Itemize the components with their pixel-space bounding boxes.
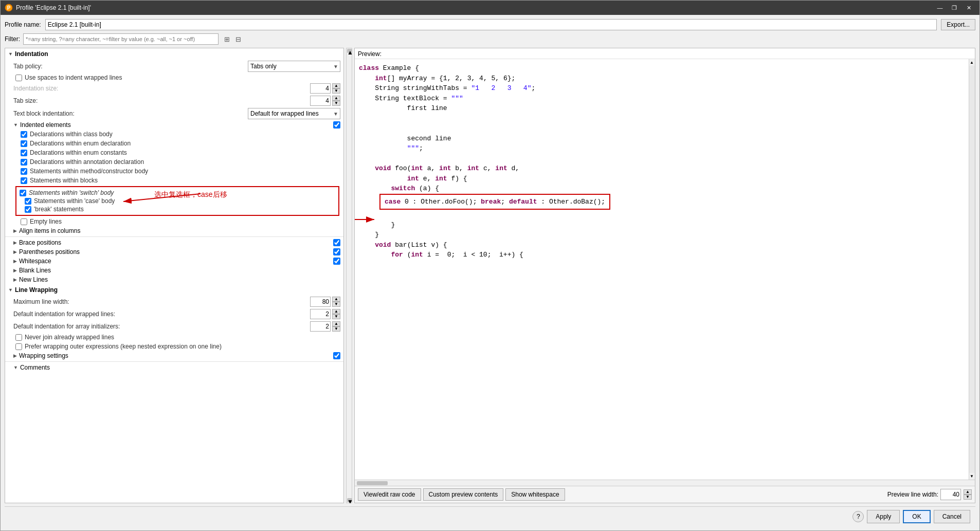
whitespace-header[interactable]: ▶ Whitespace (5, 257, 343, 266)
wrapping-settings-expand-icon: ▶ (13, 353, 17, 358)
tab-size-control: ▲ ▼ (310, 96, 340, 106)
max-line-width-down[interactable]: ▼ (332, 302, 340, 307)
brace-positions-checkbox[interactable] (333, 239, 340, 246)
default-indent-down[interactable]: ▼ (332, 314, 340, 319)
stmt-switch-checkbox[interactable] (20, 190, 26, 196)
bottom-bar: ? Apply OK Cancel (5, 506, 975, 526)
parentheses-positions-label: Parentheses positions (19, 248, 80, 255)
default-array-up[interactable]: ▲ (332, 321, 340, 326)
panels: ▼ Indentation Tab policy: Tabs only Mixe… (5, 48, 975, 503)
preview-v-scrollbar[interactable]: ▲ ▼ (969, 59, 975, 480)
preview-line-width-up[interactable]: ▲ (964, 489, 972, 495)
preview-h-scrollbar-thumb[interactable] (357, 481, 388, 485)
default-array-label: Default indentation for array initialize… (13, 323, 310, 330)
main-window: P Profile 'Eclipse 2.1 [built-in]' — ❐ ✕… (0, 0, 980, 531)
preview-line-width-input[interactable] (940, 489, 961, 500)
align-items-header[interactable]: ▶ Align items in columns (5, 226, 343, 235)
preview-v-scrollbar-up[interactable]: ▲ (969, 59, 974, 66)
decl-class-body-checkbox[interactable] (21, 131, 27, 138)
help-button[interactable]: ? (852, 511, 864, 522)
default-indent-input[interactable] (310, 309, 331, 319)
brace-positions-header[interactable]: ▶ Brace positions (5, 238, 343, 247)
use-spaces-checkbox[interactable] (15, 75, 22, 81)
parentheses-positions-checkbox[interactable] (333, 248, 340, 255)
restore-button[interactable]: ❐ (948, 3, 961, 13)
preview-h-scrollbar[interactable] (355, 480, 975, 486)
stmt-break-checkbox[interactable] (25, 206, 31, 213)
preview-code: class Example { int[] myArray = {1, 2, 3… (359, 63, 965, 194)
filter-add-icon[interactable]: ⊞ (222, 34, 232, 44)
new-lines-header[interactable]: ▶ New Lines (5, 275, 343, 284)
text-block-row: Text block indentation: Default for wrap… (5, 107, 343, 120)
decl-annotation-checkbox[interactable] (21, 159, 27, 166)
custom-preview-button[interactable]: Custom preview contents (423, 488, 504, 501)
export-button[interactable]: Export... (941, 19, 975, 30)
parentheses-positions-header[interactable]: ▶ Parentheses positions (5, 247, 343, 257)
line-wrapping-section-header[interactable]: ▼ Line Wrapping (5, 284, 343, 296)
empty-lines-checkbox[interactable] (21, 218, 27, 225)
preview-buttons-row: View/edit raw code Custom preview conten… (355, 486, 975, 503)
minimize-button[interactable]: — (933, 3, 947, 13)
blank-lines-header[interactable]: ▶ Blank Lines (5, 266, 343, 275)
default-array-input[interactable] (310, 321, 331, 332)
view-edit-raw-button[interactable]: View/edit raw code (358, 488, 421, 501)
stmt-method-checkbox[interactable] (21, 168, 27, 175)
default-array-down[interactable]: ▼ (332, 326, 340, 332)
stmt-blocks-checkbox[interactable] (21, 177, 27, 184)
default-indent-up[interactable]: ▲ (332, 309, 340, 314)
close-button[interactable]: ✕ (962, 3, 975, 13)
text-block-select[interactable]: Default for wrapped lines Do not indent … (248, 108, 340, 119)
prefer-wrapping-checkbox[interactable] (15, 343, 22, 350)
stmt-case-label: Statements within 'case' body (34, 197, 115, 205)
indentation-size-down[interactable]: ▼ (332, 88, 340, 94)
never-join-checkbox[interactable] (15, 334, 22, 341)
max-line-width-up[interactable]: ▲ (332, 297, 340, 302)
tab-size-spinner: ▲ ▼ (332, 96, 340, 106)
prefer-wrapping-label: Prefer wrapping outer expressions (keep … (25, 343, 222, 350)
titlebar: P Profile 'Eclipse 2.1 [built-in]' — ❐ ✕ (1, 1, 979, 15)
filter-input[interactable] (23, 33, 219, 45)
text-block-control: Default for wrapped lines Do not indent … (248, 108, 340, 119)
profile-name-input[interactable] (45, 19, 937, 30)
tab-size-row: Tab size: ▲ ▼ (5, 95, 343, 107)
decl-enum-decl-checkbox[interactable] (21, 140, 27, 147)
cancel-button[interactable]: Cancel (934, 510, 970, 523)
comments-header[interactable]: ▼ Comments (5, 363, 343, 372)
indented-elements-checkbox[interactable] (333, 121, 340, 129)
profile-row: Profile name: Export... (5, 19, 975, 30)
wrapping-settings-header[interactable]: ▶ Wrapping settings (5, 351, 343, 360)
indentation-size-input[interactable] (310, 83, 331, 94)
apply-button[interactable]: Apply (867, 510, 900, 523)
max-line-width-input[interactable] (310, 297, 331, 307)
show-whitespace-button[interactable]: Show whitespace (505, 488, 565, 501)
panel-v-scrollbar-down[interactable]: ▼ (347, 498, 352, 502)
preview-v-scrollbar-down[interactable]: ▼ (969, 473, 974, 480)
brace-positions-expand-icon: ▶ (13, 240, 17, 245)
tab-policy-select[interactable]: Tabs only Mixed Spaces only (248, 61, 340, 72)
default-array-row: Default indentation for array initialize… (5, 320, 343, 333)
whitespace-checkbox[interactable] (333, 258, 340, 265)
panel-v-scrollbar[interactable]: ▲ ▼ (346, 48, 352, 503)
tab-size-down[interactable]: ▼ (332, 101, 340, 106)
indentation-size-up[interactable]: ▲ (332, 83, 340, 88)
indentation-expand-icon: ▼ (8, 51, 13, 57)
panel-v-scrollbar-up[interactable]: ▲ (347, 49, 352, 53)
tab-size-input[interactable] (310, 96, 331, 106)
filter-remove-icon[interactable]: ⊟ (233, 34, 243, 44)
indentation-section-header[interactable]: ▼ Indentation (5, 48, 343, 60)
decl-enum-const-checkbox[interactable] (21, 150, 27, 156)
stmt-case-checkbox[interactable] (25, 198, 31, 205)
tab-size-up[interactable]: ▲ (332, 96, 340, 101)
indented-elements-header[interactable]: ▼ Indented elements (5, 120, 343, 130)
stmt-break-row: 'break' statements (19, 205, 336, 213)
empty-lines-label: Empty lines (30, 218, 62, 225)
preview-line-width-label: Preview line width: (887, 491, 938, 498)
decl-class-body-row: Declarations within class body (5, 130, 343, 139)
ok-button[interactable]: OK (903, 510, 930, 523)
switch-group-container: 选中复选框，case后移 Sta (5, 186, 343, 216)
wrapping-settings-checkbox[interactable] (333, 352, 340, 359)
indentation-size-control: ▲ ▼ (310, 83, 340, 94)
blank-lines-label: Blank Lines (19, 267, 51, 274)
preview-line-width-down[interactable]: ▼ (964, 495, 972, 500)
decl-enum-decl-row: Declarations within enum declaration (5, 139, 343, 148)
